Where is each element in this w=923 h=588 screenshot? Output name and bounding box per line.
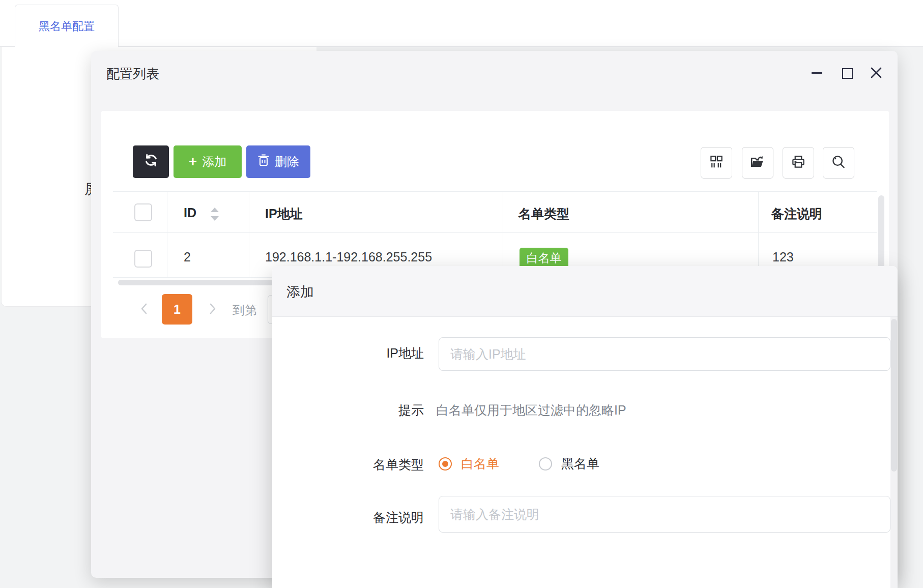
current-page-button[interactable]: 1: [162, 294, 192, 325]
cell-remark: 123: [772, 250, 794, 264]
type-radio-group: 白名单 黑名单: [439, 455, 599, 472]
ip-input[interactable]: [439, 337, 890, 371]
goto-page-label: 到第: [233, 302, 257, 318]
export-button[interactable]: [742, 147, 773, 179]
search-button[interactable]: [823, 147, 854, 179]
column-header-id[interactable]: ID: [184, 205, 196, 220]
print-button[interactable]: [783, 147, 814, 179]
table-vertical-scrollbar[interactable]: [878, 195, 884, 277]
row-checkbox[interactable]: [134, 250, 152, 268]
table-header-top-border: [113, 191, 877, 192]
plus-icon: +: [189, 155, 197, 169]
column-header-ip[interactable]: IP地址: [265, 205, 303, 222]
delete-button-label: 删除: [275, 154, 299, 170]
columns-toggle-button[interactable]: [701, 147, 732, 179]
cell-ip: 192.168.1.1-192.168.255.255: [265, 250, 432, 264]
select-all-checkbox[interactable]: [134, 203, 152, 221]
minimize-icon[interactable]: [811, 67, 823, 79]
remark-input[interactable]: [439, 496, 890, 533]
tab-label: 黑名单配置: [39, 19, 95, 34]
close-icon[interactable]: [870, 67, 882, 79]
tab-blacklist-config[interactable]: 黑名单配置: [15, 5, 119, 47]
search-icon: [831, 154, 846, 171]
horizontal-scrollbar[interactable]: [118, 280, 276, 285]
hint-text: 白名单仅用于地区过滤中的忽略IP: [436, 402, 626, 419]
cell-id: 2: [184, 250, 191, 264]
columns-icon: [709, 154, 724, 171]
column-header-remark[interactable]: 备注说明: [771, 205, 822, 222]
radio-blacklist-label[interactable]: 黑名单: [561, 455, 599, 472]
add-button-label: 添加: [202, 154, 226, 170]
column-divider: [249, 191, 249, 277]
add-modal-header: 添加: [272, 266, 898, 317]
sort-icon[interactable]: [209, 208, 219, 221]
tab-strip: [0, 0, 923, 47]
modal-title: 配置列表: [106, 65, 159, 83]
hint-label: 提示: [337, 402, 424, 419]
window-controls: [811, 65, 882, 80]
radio-whitelist-label[interactable]: 白名单: [461, 455, 499, 472]
refresh-icon: [143, 153, 159, 171]
export-icon: [750, 154, 765, 171]
add-modal-title: 添加: [286, 283, 314, 301]
next-page-icon[interactable]: [206, 302, 219, 315]
column-divider: [167, 191, 167, 277]
radio-blacklist[interactable]: [539, 457, 552, 471]
prev-page-icon[interactable]: [138, 302, 151, 315]
ip-label: IP地址: [337, 345, 424, 362]
trash-icon: [257, 154, 270, 170]
column-header-type[interactable]: 名单类型: [518, 205, 569, 222]
add-modal-scrollbar[interactable]: [891, 319, 897, 472]
table-header-bottom-border: [113, 232, 877, 233]
print-icon: [791, 154, 806, 171]
screen: 屏 黑名单配置 配置列表: [0, 0, 923, 588]
add-button[interactable]: + 添加: [174, 145, 242, 178]
column-divider: [503, 191, 503, 277]
column-divider: [758, 191, 759, 277]
delete-button[interactable]: 删除: [246, 145, 310, 178]
type-label: 名单类型: [337, 456, 424, 473]
type-badge: 白名单: [520, 248, 568, 269]
refresh-button[interactable]: [133, 145, 169, 178]
maximize-icon[interactable]: [841, 67, 853, 79]
radio-whitelist[interactable]: [439, 457, 452, 471]
remark-label: 备注说明: [337, 509, 424, 526]
add-modal: 添加 IP地址 提示 白名单仅用于地区过滤中的忽略IP 名单类型 白名单 黑名单…: [272, 266, 898, 588]
